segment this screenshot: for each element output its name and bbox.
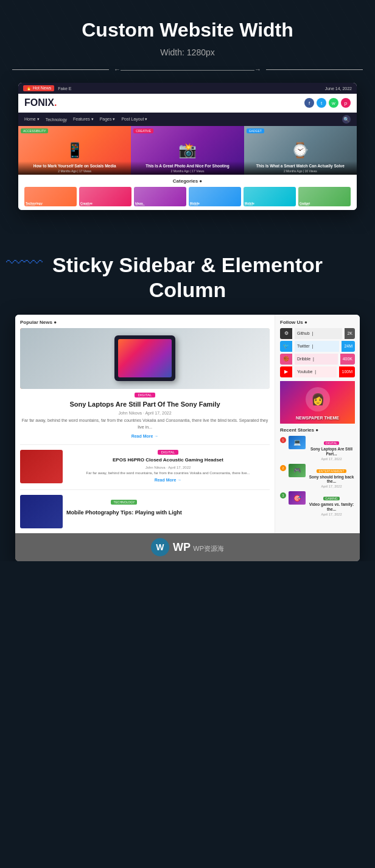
second-article-excerpt: Far far away, behind the word mountains,… [66,471,270,475]
story-num-3: 3 [280,492,286,499]
content-inner: Popular News ● DIGITAL Sony Laptops Are … [15,315,360,533]
follow-us-label: Follow Us ● [280,320,307,325]
story-num-2: 2 [280,465,286,471]
cat-count-3: 14 Posts [135,204,145,206]
third-article-badge: TECHNOLOGY [111,500,137,505]
recent-story-2: 2 🎮 ENTERTAINMENT Sony should bring back… [280,464,355,489]
youtube-name: Youtube | [295,366,337,377]
follow-github: ⚙ Github | 2K [280,328,355,339]
twitter-name: Twitter | [295,341,339,352]
category-mobile-2: Mobile 8 Posts [244,187,296,206]
content-mockup: Popular News ● DIGITAL Sony Laptops Are … [15,315,360,561]
second-article: DIGITAL EPOS H6PRO Closed Acoustic Gamin… [20,444,270,483]
main-article-title: Sony Laptops Are Still Part Of The Sony … [20,400,270,408]
article-card-3: ⌚ GADGET This Is What a Smart Watch Can … [244,126,357,175]
story-thumb-2: 🎮 [289,464,306,477]
article-card-1: 📱 ACCESSIBILITY How to Mark Yourself Saf… [18,126,131,175]
story-title-2: Sony should bring back the... [308,475,355,485]
recent-story-1: 1 💻 DIGITAL Sony Laptops Are Still Part.… [280,436,355,461]
github-name: Github | [295,328,342,339]
second-article-readmore[interactable]: Read More → [66,478,270,482]
second-article-image [20,450,63,483]
article3-title: This Is What a Smart Watch Can Actually … [247,164,354,169]
wp-logo-icon: W [151,538,169,556]
article1-meta: 2 Months Ago | 17 Views [21,169,128,173]
article1-title: How to Mark Yourself Safe on Socials Med… [21,164,128,169]
article3-overlay: This Is What a Smart Watch Can Actually … [244,161,357,175]
social-icons-row: f t w p [304,98,351,108]
story-badge-3: GAMING [323,497,339,500]
recent-stories-label: Recent Stories ● [280,427,318,433]
browser-topbar: 🔥 Hot News Fake E June 14, 2022 [18,83,357,94]
third-article-content: TECHNOLOGY Mobile Photography Tips: Play… [66,495,182,528]
article2-title: This Is A Great Photo And Nice For Shoot… [134,164,240,169]
category-technology: Technology 15 Posts [24,187,77,206]
arrow-label: ←————————————————————→ [114,66,261,73]
story-thumb-3: 🎯 [289,491,306,505]
twitter-count: 24M [342,341,355,352]
fonix-logo: FONIX. [24,97,57,108]
article3-badge: GADGET [247,128,264,133]
nav-technology[interactable]: Technology [46,117,67,122]
category-creative: Creative 10 Posts [79,187,131,206]
story-content-1: DIGITAL Sony Laptops Are Still Part... A… [308,436,355,461]
story-content-3: GAMING Video games vs. family: the... Ap… [308,491,355,516]
story-content-2: ENTERTAINMENT Sony should bring back the… [308,464,355,489]
article2-meta: 2 Months Ago | 17 Views [134,169,240,173]
nav-post-layout[interactable]: Post Layout ▾ [121,117,147,122]
main-column: Popular News ● DIGITAL Sony Laptops Are … [15,315,275,533]
browser-mockup: 🔥 Hot News Fake E June 14, 2022 FONIX. f… [18,83,357,210]
category-mobile-1: Mobile 8 Posts [189,187,241,206]
hot-news-badge: 🔥 Hot News [23,85,54,91]
articles-row: 📱 ACCESSIBILITY How to Mark Yourself Saf… [18,126,357,175]
newspaper-text: NEWSPAPER THEME [296,416,339,420]
story-date-1: April 17, 2022 [308,457,355,461]
facebook-icon: f [304,98,314,108]
arrow-line-right [266,69,363,70]
third-article-row: TECHNOLOGY Mobile Photography Tips: Play… [20,495,270,528]
main-article-readmore[interactable]: Read More → [20,434,270,438]
dribble-count: 400K [340,354,355,365]
dribble-icon: 🏀 [280,354,292,365]
width-arrow-indicator: ←————————————————————→ [12,66,363,73]
article1-overlay: How to Mark Yourself Safe on Socials Med… [18,161,131,175]
second-article-title: EPOS H6PRO Closed Acoustic Gaming Headse… [66,457,270,463]
twitter-icon: t [317,98,326,108]
recent-stories-title: Recent Stories ● [280,427,355,433]
twitter-follow-icon: 🐦 [280,341,292,352]
topbar-left: 🔥 Hot News Fake E [23,85,71,91]
cat-count-2: 10 Posts [80,204,90,206]
category-ideas: Ideas 14 Posts [134,187,186,206]
nav-features[interactable]: Features ▾ [73,117,94,122]
cat-count-6: 10 Posts [300,204,309,206]
youtube-icon: ▶ [280,366,292,377]
story-date-3: April 17, 2022 [308,513,355,516]
story-badge-1: DIGITAL [324,441,339,445]
popular-news-label: Popular News ● [20,320,57,325]
main-article-byline: John Nikova · April 17, 2022 [20,411,270,415]
categories-title: Categories ● [24,178,351,184]
search-icon[interactable]: 🔍 [342,115,351,124]
follow-twitter: 🐦 Twitter | 24M [280,341,355,352]
cat-count-1: 15 Posts [26,204,35,206]
categories-row: Technology 15 Posts Creative 10 Posts Id… [24,187,351,206]
github-icon: ⚙ [280,328,292,339]
main-article-excerpt: Far far away, behind the word mountains,… [20,418,270,430]
newspaper-banner: 👩 NEWSPAPER THEME [280,381,355,424]
date-label: June 14, 2022 [325,86,352,91]
wp-text-container: WP WP资源海 [173,541,224,554]
youtube-count: 100M [339,366,355,377]
section1-subtitle: Width: 1280px [12,47,363,57]
section1-title: Custom Website Width [12,18,363,41]
story-title-3: Video games vs. family: the... [308,502,355,512]
nav-pages[interactable]: Pages ▾ [100,117,116,122]
third-article-title: Mobile Photography Tips: Playing with Li… [66,509,182,517]
fake-e-label: Fake E [58,86,71,91]
whatsapp-icon: w [329,98,338,108]
main-article-badge: DIGITAL [135,393,156,397]
article2-badge: CREATIVE [133,128,153,133]
article3-meta: 2 Months Ago | 16 Views [247,169,354,173]
nav-home[interactable]: Home ▾ [24,117,40,122]
second-article-badge: DIGITAL [158,450,179,455]
story-badge-2: ENTERTAINMENT [317,469,346,473]
